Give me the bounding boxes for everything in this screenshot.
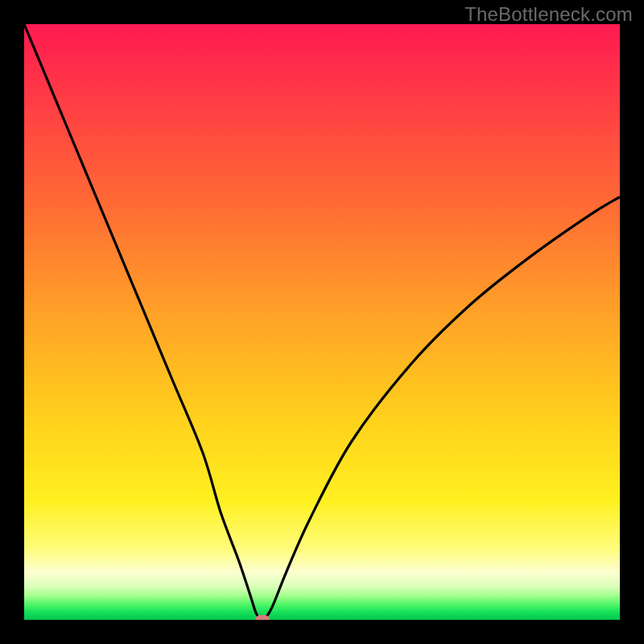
watermark-text: TheBottleneck.com	[464, 3, 633, 26]
heat-gradient-background	[24, 24, 620, 620]
plot-area	[24, 24, 620, 620]
chart-frame: TheBottleneck.com	[0, 0, 644, 644]
optimal-point-marker	[255, 615, 270, 620]
